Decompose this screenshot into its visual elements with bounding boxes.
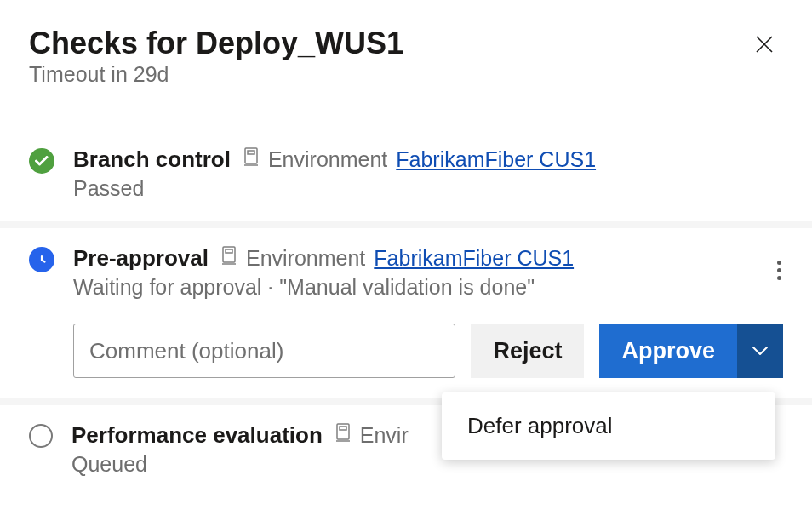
server-icon bbox=[335, 422, 352, 449]
divider bbox=[0, 221, 812, 228]
environment-label: Envir bbox=[360, 423, 409, 448]
status-queued-icon bbox=[29, 424, 53, 448]
environment-label: Environment bbox=[268, 147, 387, 172]
comment-input[interactable] bbox=[73, 324, 455, 378]
reject-button[interactable]: Reject bbox=[471, 324, 584, 378]
page-title: Checks for Deploy_WUS1 bbox=[29, 26, 403, 60]
status-passed-icon bbox=[29, 148, 54, 174]
environment-link[interactable]: FabrikamFiber CUS1 bbox=[396, 147, 596, 172]
check-status-text: Passed bbox=[73, 176, 783, 201]
check-name: Pre-approval bbox=[73, 245, 209, 272]
svg-rect-3 bbox=[248, 151, 254, 154]
svg-rect-7 bbox=[226, 249, 232, 253]
timeout-text: Timeout in 29d bbox=[29, 62, 403, 87]
panel-header: Checks for Deploy_WUS1 Timeout in 29d bbox=[0, 0, 812, 87]
check-item-branch-control: Branch control Environment FabrikamFiber… bbox=[0, 129, 812, 221]
check-name: Performance evaluation bbox=[71, 422, 323, 449]
check-name: Branch control bbox=[73, 146, 231, 173]
environment-link[interactable]: FabrikamFiber CUS1 bbox=[374, 246, 574, 271]
overflow-menu-button[interactable] bbox=[770, 254, 788, 287]
chevron-down-icon bbox=[752, 346, 769, 356]
server-icon bbox=[220, 245, 237, 272]
defer-approval-item[interactable]: Defer approval bbox=[442, 399, 775, 453]
server-icon bbox=[243, 146, 260, 173]
environment-label: Environment bbox=[246, 246, 365, 271]
status-waiting-icon bbox=[29, 247, 54, 272]
approve-button[interactable]: Approve bbox=[599, 324, 737, 378]
approve-dropdown-button[interactable] bbox=[737, 324, 783, 378]
check-status-text: Waiting for approval · "Manual validatio… bbox=[73, 275, 783, 300]
check-item-pre-approval: Pre-approval Environment FabrikamFiber C… bbox=[0, 228, 812, 398]
checks-panel: Checks for Deploy_WUS1 Timeout in 29d Br… bbox=[0, 0, 812, 527]
close-button[interactable] bbox=[746, 26, 783, 66]
approve-split-button: Approve bbox=[599, 324, 783, 378]
approve-dropdown-menu: Defer approval bbox=[442, 392, 775, 460]
close-icon bbox=[754, 34, 775, 54]
svg-rect-10 bbox=[340, 427, 346, 430]
